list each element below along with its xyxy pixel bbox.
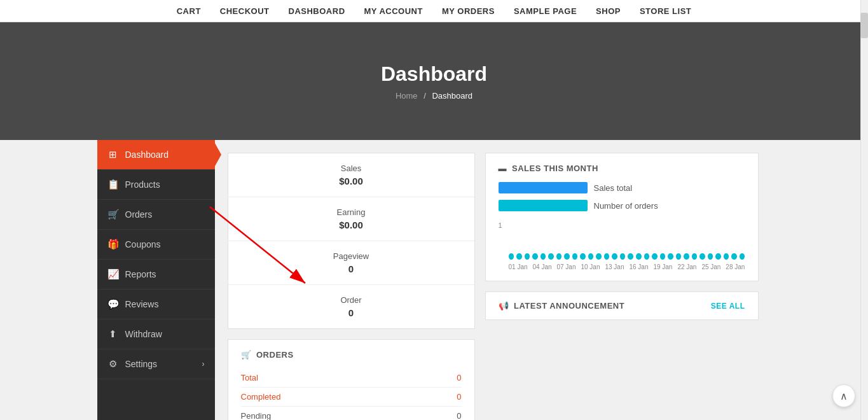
chart-dot	[541, 253, 546, 260]
sidebar-item-orders[interactable]: 🛒 Orders	[97, 200, 215, 230]
sidebar-reports-label: Reports	[125, 269, 156, 279]
scroll-up-icon: ∧	[840, 390, 848, 402]
nav-my-account[interactable]: MY ACCOUNT	[364, 6, 423, 16]
nav-dashboard[interactable]: DASHBOARD	[289, 6, 345, 16]
chart-dot	[588, 253, 594, 260]
stats-cards: Sales $0.00 Earning $0.00 Pageview 0 O	[228, 153, 475, 329]
order-total-label[interactable]: Total	[241, 373, 258, 382]
legend-sales-total: Sales total	[499, 182, 745, 193]
chart-dot	[556, 253, 562, 260]
stat-sales: Sales $0.00	[228, 153, 474, 197]
pageview-value: 0	[241, 263, 462, 274]
chart-x-label: 10 Jan	[581, 263, 600, 270]
reports-icon: 📈	[107, 269, 119, 280]
orders-table: Total 0 Completed 0 Pending 0	[241, 368, 462, 420]
sales-label: Sales	[241, 164, 462, 173]
chart-dot	[612, 253, 617, 260]
chart-x-label: 01 Jan	[509, 263, 528, 270]
chart-dot	[636, 253, 642, 260]
nav-my-orders[interactable]: MY ORDERS	[442, 6, 495, 16]
breadcrumb-separator: /	[424, 91, 426, 101]
nav-sample-page[interactable]: SAMPLE PAGE	[514, 6, 577, 16]
nav-cart[interactable]: CART	[177, 6, 201, 16]
breadcrumb-home[interactable]: Home	[396, 91, 418, 101]
chart-title: ▬ SALES THIS MONTH	[499, 164, 745, 173]
chart-dot	[644, 253, 650, 260]
settings-icon: ⚙	[107, 358, 119, 370]
nav-shop[interactable]: SHOP	[596, 6, 621, 16]
sidebar-products-label: Products	[125, 179, 160, 190]
chart-dot	[724, 253, 729, 260]
chart-x-label: 19 Jan	[653, 263, 672, 270]
announcement-icon: 📢	[499, 301, 509, 311]
order-completed-label[interactable]: Completed	[241, 392, 281, 402]
pageview-label: Pageview	[241, 251, 462, 261]
chart-dot	[692, 253, 698, 260]
chart-x-label: 13 Jan	[605, 263, 624, 270]
chart-x-label: 04 Jan	[532, 263, 551, 270]
order-pending-count: 0	[457, 411, 461, 420]
legend-orders: Number of orders	[499, 200, 745, 211]
chart-dot	[708, 253, 713, 260]
nav-checkout[interactable]: CHECKOUT	[220, 6, 270, 16]
breadcrumb-current: Dashboard	[432, 91, 472, 101]
dashboard-icon: ⊞	[107, 149, 119, 160]
sidebar-item-products[interactable]: 📋 Products	[97, 170, 215, 200]
chart-title-icon: ▬	[499, 164, 507, 173]
see-all-link[interactable]: SEE ALL	[711, 302, 745, 311]
scrollbar[interactable]	[860, 0, 868, 420]
stat-earning: Earning $0.00	[228, 197, 474, 241]
chart-x-label: 07 Jan	[556, 263, 575, 270]
sidebar-coupons-label: Coupons	[125, 239, 161, 249]
chart-dot	[684, 253, 689, 260]
order-value: 0	[241, 307, 462, 318]
chart-dot	[715, 253, 721, 260]
orders-row-completed: Completed 0	[241, 388, 462, 407]
chart-dot	[596, 253, 602, 260]
orders-section-title: 🛒 ORDERS	[241, 350, 462, 360]
sidebar-item-coupons[interactable]: 🎁 Coupons	[97, 230, 215, 260]
sidebar-item-dashboard[interactable]: ⊞ Dashboard	[97, 140, 215, 170]
legend-bar-teal	[499, 200, 588, 211]
chart-title-text: SALES THIS MONTH	[512, 164, 598, 173]
chart-x-label: 28 Jan	[726, 263, 745, 270]
nav-store-list[interactable]: STORE LIST	[640, 6, 691, 16]
main-two-col: Sales $0.00 Earning $0.00 Pageview 0 O	[228, 153, 759, 420]
chart-dot	[564, 253, 570, 260]
orders-title-text: ORDERS	[256, 350, 294, 360]
earning-value: $0.00	[241, 220, 462, 230]
sidebar-withdraw-label: Withdraw	[125, 329, 162, 339]
chart-dot	[620, 253, 626, 260]
legend-bar-blue	[499, 182, 588, 193]
sidebar-item-reviews[interactable]: 💬 Reviews	[97, 290, 215, 319]
breadcrumb: Home / Dashboard	[381, 91, 487, 101]
sidebar-item-settings[interactable]: ⚙ Settings ›	[97, 349, 215, 379]
order-pending-label: Pending	[241, 411, 272, 420]
chart-x-labels: 01 Jan04 Jan07 Jan10 Jan13 Jan16 Jan19 J…	[509, 263, 745, 270]
sidebar: ⊞ Dashboard 📋 Products 🛒 Orders 🎁 Coupon…	[97, 140, 215, 420]
chart-dot	[509, 253, 514, 260]
chart-dot	[580, 253, 586, 260]
chart-dot	[660, 253, 666, 260]
chart-dot	[516, 253, 522, 260]
settings-expand-arrow: ›	[202, 360, 205, 368]
sidebar-item-reports[interactable]: 📈 Reports	[97, 260, 215, 290]
chart-dot	[676, 253, 682, 260]
coupons-icon: 🎁	[107, 239, 119, 250]
chart-line-area	[509, 221, 745, 260]
hero-banner: Dashboard Home / Dashboard	[0, 22, 868, 140]
chart-dot	[699, 253, 705, 260]
withdraw-icon: ⬆	[107, 328, 119, 340]
orders-row-total: Total 0	[241, 368, 462, 388]
scroll-up-button[interactable]: ∧	[832, 384, 855, 407]
left-column: Sales $0.00 Earning $0.00 Pageview 0 O	[228, 153, 475, 420]
chart-area: 1 01 Jan04 Jan07 Jan10 Jan13 Jan16 Jan19…	[499, 221, 745, 270]
scrollbar-thumb[interactable]	[860, 13, 868, 38]
chart-dot	[668, 253, 673, 260]
chart-dot	[525, 253, 530, 260]
chart-dot	[628, 253, 633, 260]
sidebar-item-withdraw[interactable]: ⬆ Withdraw	[97, 319, 215, 349]
chart-y-label: 1	[499, 221, 502, 229]
announcement-section: 📢 LATEST ANNOUNCEMENT SEE ALL	[485, 291, 759, 320]
legend-orders-label: Number of orders	[594, 201, 658, 211]
